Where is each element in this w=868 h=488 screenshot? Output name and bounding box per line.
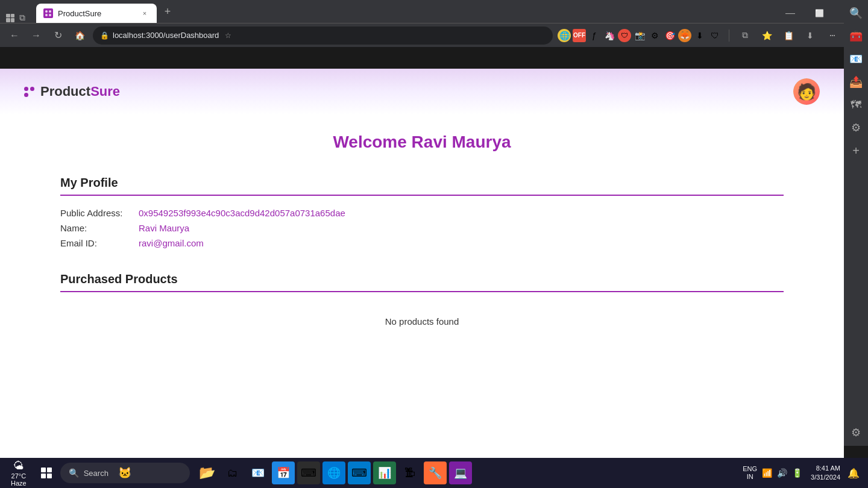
ext-icon-7[interactable]: ⚙ xyxy=(648,29,661,42)
taskbar-time-display: 8:41 AM xyxy=(811,464,840,473)
ext-icon-5[interactable]: 🛡 xyxy=(618,29,631,42)
ext-icon-4[interactable]: 🦄 xyxy=(603,29,616,42)
taskbar-lang: ENGIN xyxy=(743,465,757,481)
search-icon: 🔍 xyxy=(69,468,79,478)
taskbar-search[interactable]: 🔍 Search 🐱 xyxy=(60,463,190,483)
browser-right-panel: 🔍 🧰 📧 📤 🗺 ⚙ + ⚙ xyxy=(844,0,868,446)
taskbar-clock[interactable]: 8:41 AM 3/31/2024 xyxy=(811,464,840,483)
taskbar-speaker-icon[interactable]: 🔊 xyxy=(777,468,787,478)
logo: ProductSure xyxy=(24,84,120,99)
panel-github-icon[interactable]: ⚙ xyxy=(848,119,864,136)
panel-outlook-icon[interactable]: 📧 xyxy=(848,51,864,67)
more-tools-icon[interactable]: ··· xyxy=(823,27,840,44)
downloads-icon[interactable]: ⬇ xyxy=(802,27,819,44)
profile-field-name: Name: Ravi Maurya xyxy=(60,223,784,233)
taskbar-app-vscode[interactable]: ⌨ xyxy=(348,461,371,484)
profile-section-title: My Profile xyxy=(60,176,784,190)
taskbar-app-edge[interactable]: 🌐 xyxy=(322,461,345,484)
email-value: ravi@gmail.com xyxy=(139,238,204,248)
forward-button[interactable]: → xyxy=(28,27,45,44)
start-button[interactable] xyxy=(35,461,58,484)
new-tab-button[interactable]: + xyxy=(159,3,176,20)
taskbar: 🌤 27°C Haze 🔍 Search 🐱 📂 🗂 📧 📅 ⌨ 🌐 ⌨ 📊 🗜… xyxy=(0,458,868,488)
logo-dot xyxy=(24,87,28,91)
welcome-username: Ravi Maurya xyxy=(412,133,511,151)
split-view-icon[interactable]: ⧉ xyxy=(737,27,753,44)
ext-icon-1[interactable]: 🌐 xyxy=(558,29,571,42)
home-button[interactable]: 🏠 xyxy=(71,27,88,44)
panel-settings-icon[interactable]: ⚙ xyxy=(848,424,864,441)
taskbar-notification-icon[interactable]: 🔔 xyxy=(844,468,863,479)
logo-dot xyxy=(30,87,34,91)
svg-point-3 xyxy=(49,14,51,16)
taskbar-app-excel[interactable]: 📊 xyxy=(373,461,396,484)
ext-icon-10[interactable]: ⬇ xyxy=(693,29,706,42)
taskbar-app-winrar[interactable]: 🗜 xyxy=(398,461,421,484)
profile-divider xyxy=(60,195,784,196)
tab-group-icon[interactable]: ⧉ xyxy=(19,13,25,23)
taskbar-app-terminal[interactable]: ⌨ xyxy=(297,461,320,484)
weather-temp: 27°C xyxy=(11,472,27,480)
window-icon xyxy=(6,14,14,22)
taskbar-app-devtools[interactable]: 🔧 xyxy=(424,461,447,484)
taskbar-app-calendar[interactable]: 📅 xyxy=(272,461,295,484)
email-label: Email ID: xyxy=(60,238,139,248)
taskbar-app-gmail[interactable]: 📧 xyxy=(247,461,269,484)
profile-field-email: Email ID: ravi@gmail.com xyxy=(60,238,784,248)
search-decoration: 🐱 xyxy=(118,466,131,480)
logo-dots xyxy=(24,87,34,97)
maximize-button[interactable]: ⬜ xyxy=(805,4,833,23)
search-text: Search xyxy=(84,469,108,478)
back-button[interactable]: ← xyxy=(6,27,23,44)
star-icon[interactable]: ☆ xyxy=(225,31,231,40)
page-content: ProductSure 🧑 Welcome Ravi Maurya My Pro… xyxy=(0,69,844,458)
weather-icon: 🌤 xyxy=(13,460,24,472)
svg-point-1 xyxy=(49,10,51,13)
welcome-prefix: Welcome xyxy=(333,133,411,151)
taskbar-right: ENGIN 📶 🔊 🔋 8:41 AM 3/31/2024 🔔 ⚙ xyxy=(738,464,863,483)
active-tab[interactable]: ProductSure × xyxy=(36,4,157,23)
svg-point-2 xyxy=(45,14,48,16)
welcome-title: Welcome Ravi Maurya xyxy=(60,133,784,152)
url-text: localhost:3000/userDashboard xyxy=(113,31,219,40)
ext-icon-9[interactable]: 🦊 xyxy=(678,29,691,42)
navigation-bar: ← → ↻ 🏠 🔒 localhost:3000/userDashboard ☆… xyxy=(0,23,868,47)
panel-apps-icon[interactable]: 🧰 xyxy=(848,28,864,45)
tab-favicon xyxy=(43,8,53,18)
browser-window: ⧉ ProductSure × + — ⬜ ✕ ← → ↻ � xyxy=(0,0,868,47)
ext-icon-8[interactable]: 🎯 xyxy=(663,29,676,42)
user-avatar[interactable]: 🧑 xyxy=(793,78,820,105)
taskbar-apps: 📂 🗂 📧 📅 ⌨ 🌐 ⌨ 📊 🗜 🔧 💻 xyxy=(196,461,472,484)
page-body: Welcome Ravi Maurya My Profile Public Ad… xyxy=(0,114,844,357)
taskbar-app-files[interactable]: 📂 xyxy=(196,461,219,484)
collections-icon[interactable]: 📋 xyxy=(780,27,797,44)
address-bar[interactable]: 🔒 localhost:3000/userDashboard ☆ xyxy=(93,27,553,45)
logo-text: ProductSure xyxy=(40,84,120,99)
ext-icon-3[interactable]: ƒ xyxy=(588,29,601,42)
taskbar-battery-icon[interactable]: 🔋 xyxy=(792,468,802,478)
ext-icon-6[interactable]: 📸 xyxy=(633,29,646,42)
tab-bar: ⧉ ProductSure × + — ⬜ ✕ xyxy=(0,0,868,23)
toolbar-separator xyxy=(729,30,729,42)
taskbar-app-purple[interactable]: 💻 xyxy=(449,461,472,484)
ext-icon-11[interactable]: 🛡 xyxy=(708,29,722,42)
panel-share-icon[interactable]: 📤 xyxy=(848,74,864,90)
taskbar-wifi-icon[interactable]: 📶 xyxy=(762,468,772,478)
panel-maps-icon[interactable]: 🗺 xyxy=(848,96,864,113)
taskbar-app-resources[interactable]: 🗂 xyxy=(221,461,244,484)
products-divider xyxy=(60,291,784,292)
minimize-button[interactable]: — xyxy=(776,4,804,23)
profile-field-address: Public Address: 0x9549253f993e4c90c3acd9… xyxy=(60,208,784,218)
name-label: Name: xyxy=(60,223,139,233)
panel-search-icon[interactable]: 🔍 xyxy=(848,5,864,22)
refresh-button[interactable]: ↻ xyxy=(49,27,66,44)
extension-icons: 🌐 OFF ƒ 🦄 🛡 📸 ⚙ 🎯 🦊 ⬇ 🛡 xyxy=(558,29,722,42)
taskbar-weather: 🌤 27°C Haze xyxy=(5,460,33,487)
favorites-icon[interactable]: ⭐ xyxy=(758,27,775,44)
address-value: 0x9549253f993e4c90c3acd9d42d057a0731a65d… xyxy=(139,208,345,218)
panel-plus-icon[interactable]: + xyxy=(848,142,864,159)
ext-icon-2[interactable]: OFF xyxy=(573,29,586,42)
tab-close-button[interactable]: × xyxy=(140,8,149,18)
logo-dot xyxy=(24,93,28,97)
weather-condition: Haze xyxy=(11,480,27,487)
